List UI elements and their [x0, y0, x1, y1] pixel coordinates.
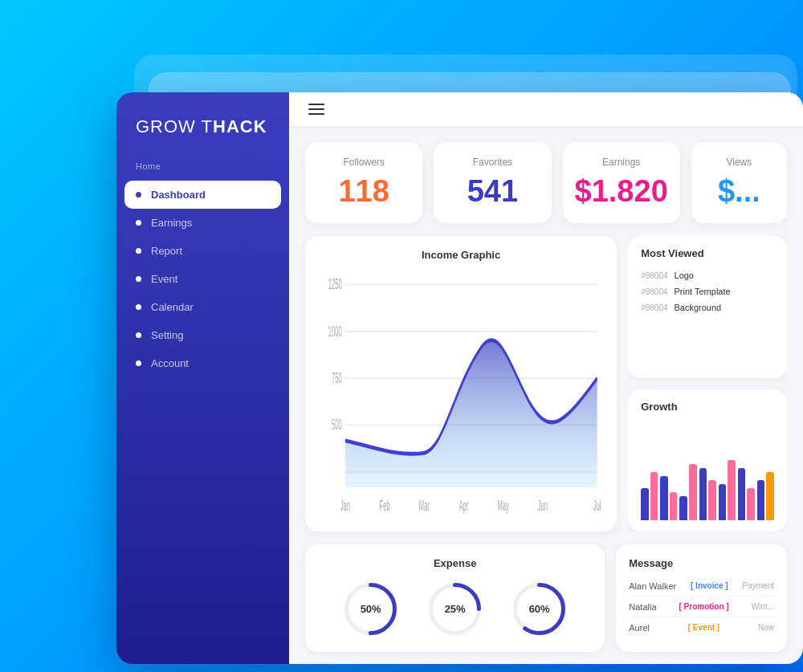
nav-dot-report	[136, 248, 141, 254]
svg-text:750: 750	[332, 370, 342, 385]
g-bar-3a	[699, 468, 707, 520]
charts-row: Income Graphic 1250 1000 750	[305, 236, 787, 531]
svg-text:500: 500	[332, 417, 342, 433]
msg-tag-0: [ Invoice ]	[685, 580, 734, 592]
stat-value-favorites: 541	[467, 174, 518, 209]
sidebar-item-event[interactable]: Event	[116, 265, 289, 293]
bottom-row: Expense 50%	[305, 544, 787, 652]
stat-card-favorites: Favorites 541	[434, 142, 551, 223]
sidebar-item-report[interactable]: Report	[116, 237, 289, 265]
message-card: Message Alan Walker [ Invoice ] Payment …	[616, 544, 787, 652]
msg-name-2: Aurel	[629, 623, 650, 633]
stat-value-views: $...	[718, 174, 760, 209]
main-container: GROW THACK Home Dashboard Earnings Repor…	[116, 92, 803, 664]
growth-bar-group-6	[757, 472, 774, 520]
income-chart-title: Income Graphic	[318, 249, 604, 261]
msg-name-1: Natalia	[629, 602, 656, 612]
sidebar-label-report: Report	[151, 245, 182, 257]
message-row-2: Aurel [ Event ] Now	[629, 617, 774, 637]
g-bar-2a	[679, 496, 687, 520]
sidebar-label-calendar: Calendar	[151, 301, 194, 313]
svg-text:1000: 1000	[328, 324, 342, 339]
mv-name-2: Background	[675, 303, 722, 312]
sidebar-item-setting[interactable]: Setting	[116, 321, 289, 349]
stat-label-views: Views	[726, 157, 752, 168]
sidebar-label-dashboard: Dashboard	[151, 189, 206, 201]
sidebar: GROW THACK Home Dashboard Earnings Repor…	[116, 92, 289, 664]
stat-label-earnings: Earnings	[602, 157, 640, 168]
svg-text:May: May	[497, 499, 509, 514]
nav-dot-account	[136, 360, 141, 366]
svg-text:Jan: Jan	[340, 499, 350, 514]
most-viewed-title: Most Viewed	[641, 247, 774, 259]
svg-text:1250: 1250	[328, 277, 342, 292]
nav-dot-dashboard	[136, 192, 141, 198]
svg-text:Jul: Jul	[593, 499, 601, 514]
most-viewed-item-1: #98004 Print Template	[641, 283, 774, 299]
content-body: Followers 118 Favorites 541 Earnings $1.…	[289, 126, 803, 664]
expense-circle-label-0: 50%	[361, 603, 381, 615]
growth-card: Growth	[628, 389, 787, 531]
msg-tag-2: [ Event ]	[683, 621, 725, 633]
msg-info-1: Wint...	[752, 602, 774, 611]
msg-info-0: Payment	[743, 581, 774, 590]
growth-bar-group-0	[641, 472, 658, 520]
sidebar-item-account[interactable]: Account	[116, 349, 289, 377]
msg-tag-1: [ Promotion ]	[673, 601, 734, 613]
stat-card-earnings: Earnings $1.820	[563, 142, 680, 223]
nav-dot-setting	[136, 332, 141, 338]
g-bar-6b	[766, 472, 774, 520]
mv-name-1: Print Template	[675, 287, 731, 296]
stat-value-earnings: $1.820	[575, 174, 668, 209]
g-bar-5b	[747, 488, 755, 520]
g-bar-4b	[728, 460, 736, 520]
mv-id-2: #98004	[641, 303, 667, 312]
income-svg: 1250 1000 750 500	[318, 269, 604, 519]
expense-title: Expense	[324, 557, 585, 569]
stat-card-views: Views $...	[691, 142, 787, 223]
g-bar-0b	[650, 472, 658, 520]
mv-name-0: Logo	[675, 271, 694, 280]
nav-dot-earnings	[136, 220, 141, 226]
growth-bar-group-2	[679, 464, 696, 520]
income-chart-area: 1250 1000 750 500	[318, 269, 604, 519]
expense-circle-label-2: 60%	[529, 603, 550, 615]
g-bar-1a	[660, 476, 668, 520]
side-cards: Most Viewed #98004 Logo #98004 Print Tem…	[628, 236, 787, 531]
growth-bar-group-4	[719, 460, 736, 520]
growth-bar-group-5	[738, 468, 755, 520]
main-content: Followers 118 Favorites 541 Earnings $1.…	[289, 92, 803, 664]
expense-circle-2: 60%	[509, 579, 569, 639]
mv-id-1: #98004	[641, 287, 667, 296]
msg-info-2: Now	[758, 623, 774, 632]
expense-circle-label-1: 25%	[445, 603, 466, 615]
message-row-1: Natalia [ Promotion ] Wint...	[629, 597, 774, 617]
growth-bar-group-3	[699, 468, 716, 520]
expense-circle-1: 25%	[425, 579, 485, 639]
svg-text:Apr: Apr	[459, 499, 469, 514]
message-title: Message	[629, 557, 774, 569]
message-row-0: Alan Walker [ Invoice ] Payment	[629, 576, 774, 597]
svg-text:Jun: Jun	[538, 499, 548, 514]
stat-label-favorites: Favorites	[473, 157, 512, 168]
msg-name-0: Alan Walker	[629, 581, 676, 591]
topbar	[289, 92, 803, 126]
svg-text:Feb: Feb	[380, 499, 390, 514]
sidebar-item-calendar[interactable]: Calendar	[116, 293, 289, 321]
most-viewed-item-2: #98004 Background	[641, 299, 774, 316]
nav-home-label: Home	[116, 161, 289, 181]
sidebar-item-earnings[interactable]: Earnings	[116, 209, 289, 237]
income-chart-card: Income Graphic 1250 1000 750	[305, 236, 617, 531]
g-bar-2b	[689, 464, 697, 520]
sidebar-item-dashboard[interactable]: Dashboard	[124, 181, 281, 209]
g-bar-1b	[670, 492, 678, 520]
stat-value-followers: 118	[338, 174, 389, 209]
expense-card: Expense 50%	[305, 544, 605, 652]
sidebar-label-account: Account	[151, 357, 189, 369]
g-bar-0a	[641, 488, 649, 520]
nav-dot-calendar	[136, 304, 141, 310]
menu-button[interactable]	[308, 104, 324, 115]
growth-bar-group-1	[660, 476, 677, 520]
g-bar-5a	[738, 468, 746, 520]
sidebar-label-setting: Setting	[151, 329, 183, 341]
